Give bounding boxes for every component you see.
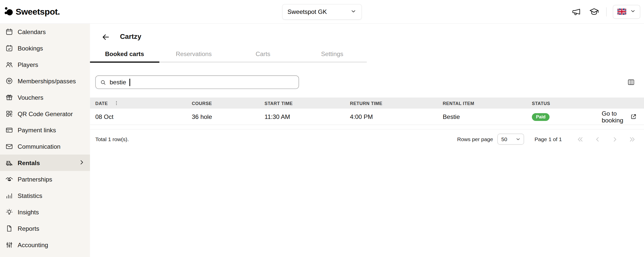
sidebar-item-bookings[interactable]: Bookings bbox=[0, 40, 90, 56]
cell-course: 36 hole bbox=[192, 113, 264, 120]
lightbulb-icon bbox=[5, 208, 13, 216]
table-header: DATE COURSE START TIME RETURN TIME RENTA… bbox=[90, 97, 644, 109]
cell-rental-item: Bestie bbox=[443, 113, 532, 120]
status-badge: Paid bbox=[532, 113, 550, 121]
payment-card-icon bbox=[5, 126, 13, 134]
col-header-start-time: START TIME bbox=[265, 101, 350, 106]
pagination-controls: Rows per page 50 Page 1 of 1 bbox=[457, 134, 636, 145]
prev-page-button[interactable] bbox=[594, 136, 601, 143]
chevron-down-icon bbox=[515, 137, 521, 142]
membership-heart-icon bbox=[5, 77, 13, 85]
cell-status: Paid bbox=[532, 113, 602, 121]
col-header-course: COURSE bbox=[192, 101, 264, 106]
sidebar-item-partnerships[interactable]: Partnerships bbox=[0, 171, 90, 187]
sidebar: Calendars Bookings Players Memberships/p… bbox=[0, 23, 90, 257]
col-header-rental-item: RENTAL ITEM bbox=[443, 101, 532, 106]
sidebar-item-rentals[interactable]: Rentals bbox=[0, 155, 90, 171]
sidebar-item-insights[interactable]: Insights bbox=[0, 204, 90, 220]
gift-icon bbox=[5, 93, 13, 101]
back-button[interactable] bbox=[101, 33, 110, 41]
language-selector[interactable] bbox=[613, 5, 640, 19]
sidebar-item-players[interactable]: Players bbox=[0, 56, 90, 72]
search-input[interactable]: bestie bbox=[95, 75, 299, 89]
sidebar-item-calendars[interactable]: Calendars bbox=[0, 23, 90, 40]
sliders-icon bbox=[5, 241, 13, 249]
graduation-cap-icon bbox=[589, 7, 599, 17]
announcements-button[interactable] bbox=[570, 6, 582, 17]
toolbar: bestie bbox=[90, 75, 644, 89]
booked-carts-table: DATE COURSE START TIME RETURN TIME RENTA… bbox=[90, 97, 644, 130]
tab-booked-carts[interactable]: Booked carts bbox=[90, 49, 159, 63]
bar-chart-icon bbox=[5, 192, 13, 199]
col-header-return-time: RETURN TIME bbox=[350, 101, 443, 106]
search-icon bbox=[100, 79, 106, 86]
sidebar-item-memberships[interactable]: Memberships/passes bbox=[0, 72, 90, 89]
tab-bar: Booked carts Reservations Carts Settings bbox=[90, 49, 367, 63]
page-header: Cartzy bbox=[90, 23, 644, 42]
rows-per-page-select[interactable]: 50 bbox=[497, 134, 524, 145]
external-link-icon bbox=[630, 114, 636, 120]
envelope-icon bbox=[5, 142, 13, 150]
search-value: bestie bbox=[110, 79, 126, 86]
view-columns-button[interactable] bbox=[627, 78, 635, 86]
sweetspot-logo[interactable]: Sweetspot. bbox=[4, 6, 60, 18]
app-root: Sweetspot. Sweetspot GK bbox=[0, 0, 644, 257]
booking-calendar-icon bbox=[5, 44, 13, 52]
sidebar-item-qr-code-generator[interactable]: QR Code Generator bbox=[0, 105, 90, 122]
logo-wordmark: Sweetspot. bbox=[16, 7, 60, 17]
cell-return-time: 4:00 PM bbox=[350, 113, 443, 120]
sidebar-item-communication[interactable]: Communication bbox=[0, 138, 90, 155]
tab-carts[interactable]: Carts bbox=[228, 49, 298, 61]
sidebar-item-statistics[interactable]: Statistics bbox=[0, 187, 90, 204]
calendar-icon bbox=[5, 28, 13, 36]
column-menu-icon[interactable] bbox=[114, 100, 119, 106]
topbar: Sweetspot. Sweetspot GK bbox=[0, 0, 644, 24]
go-to-booking-link[interactable]: Go to booking bbox=[602, 110, 637, 123]
chevron-down-icon bbox=[350, 8, 356, 15]
golf-cart-icon bbox=[5, 159, 13, 167]
main-content: Cartzy Booked carts Reservations Carts S… bbox=[90, 23, 644, 257]
cell-date: 08 Oct bbox=[90, 113, 192, 120]
col-header-status: STATUS bbox=[532, 101, 602, 106]
players-icon bbox=[5, 60, 13, 68]
org-selector-value: Sweetspot GK bbox=[288, 8, 327, 15]
tab-settings[interactable]: Settings bbox=[297, 49, 367, 61]
handshake-icon bbox=[5, 175, 13, 183]
chevron-down-icon bbox=[630, 8, 636, 15]
sidebar-item-reports[interactable]: Reports bbox=[0, 220, 90, 237]
next-page-button[interactable] bbox=[611, 136, 618, 143]
table-bottom-divider bbox=[90, 125, 644, 130]
uk-flag-icon bbox=[617, 9, 626, 15]
chevron-right-icon bbox=[78, 159, 85, 167]
columns-icon bbox=[627, 78, 635, 86]
table-footer: Total 1 row(s). Rows per page 50 Page 1 … bbox=[90, 134, 644, 145]
page-info: Page 1 of 1 bbox=[534, 136, 562, 142]
cell-start-time: 11:30 AM bbox=[265, 113, 350, 120]
text-cursor bbox=[130, 79, 130, 86]
last-page-button[interactable] bbox=[628, 136, 636, 143]
sidebar-item-payment-links[interactable]: Payment links bbox=[0, 122, 90, 138]
first-page-button[interactable] bbox=[577, 136, 584, 143]
cell-action: Go to booking bbox=[602, 110, 644, 123]
org-selector-dropdown[interactable]: Sweetspot GK bbox=[282, 4, 362, 19]
total-rows-text: Total 1 row(s). bbox=[95, 136, 129, 142]
table-row: 08 Oct 36 hole 11:30 AM 4:00 PM Bestie P… bbox=[90, 109, 644, 125]
sidebar-item-vouchers[interactable]: Vouchers bbox=[0, 89, 90, 105]
report-document-icon bbox=[5, 224, 13, 232]
arrow-left-icon bbox=[101, 33, 110, 41]
megaphone-icon bbox=[571, 7, 581, 17]
qr-code-icon bbox=[5, 110, 13, 117]
sweetspot-logo-icon bbox=[4, 6, 13, 18]
academy-button[interactable] bbox=[588, 6, 600, 18]
topbar-actions bbox=[570, 5, 640, 19]
col-header-date: DATE bbox=[90, 100, 192, 106]
page-title: Cartzy bbox=[120, 33, 141, 41]
sidebar-item-accounting[interactable]: Accounting bbox=[0, 237, 90, 253]
pager bbox=[577, 136, 636, 143]
topbar-divider bbox=[606, 7, 607, 16]
tab-reservations[interactable]: Reservations bbox=[159, 49, 228, 61]
rows-per-page-label: Rows per page bbox=[457, 136, 493, 142]
